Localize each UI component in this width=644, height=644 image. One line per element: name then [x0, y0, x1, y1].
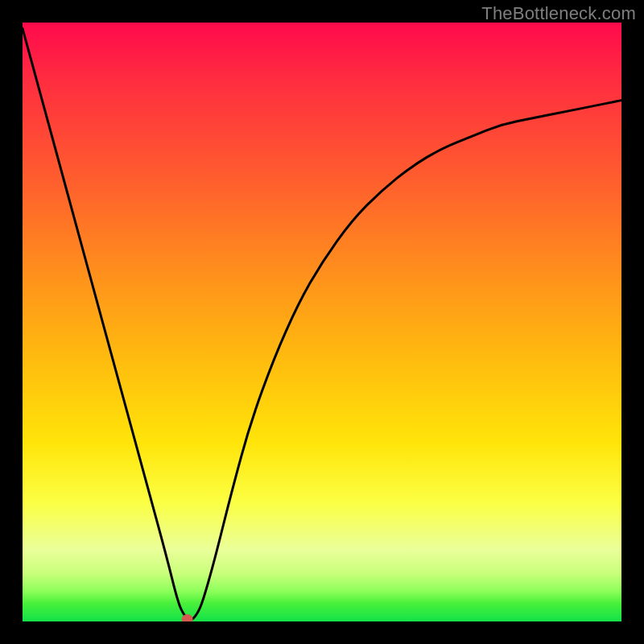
- bottleneck-curve-path: [23, 28, 621, 620]
- chart-frame: TheBottleneck.com: [0, 0, 644, 644]
- watermark-label: TheBottleneck.com: [481, 3, 636, 24]
- plot-area: [23, 23, 621, 621]
- chart-svg: [23, 23, 621, 621]
